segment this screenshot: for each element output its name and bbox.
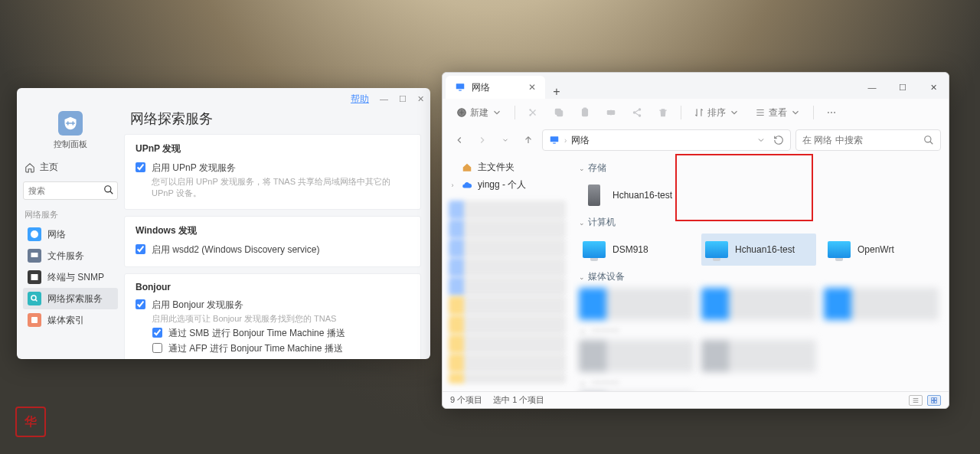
nav-item-blurred xyxy=(449,239,566,257)
new-tab-button[interactable]: + xyxy=(545,85,568,99)
cut-button[interactable] xyxy=(521,102,544,123)
svg-rect-3 xyxy=(31,274,38,280)
svg-rect-23 xyxy=(553,143,556,144)
group-computer[interactable]: ⌄计算机 xyxy=(579,216,942,229)
home-label: 主页 xyxy=(40,161,58,174)
checkbox-bonjour-afp[interactable]: 通过 AFP 进行 Bonjour Time Machine 播送 xyxy=(152,342,410,355)
svg-rect-12 xyxy=(555,109,560,114)
device-hchuan16-test[interactable]: Hchuan16-test xyxy=(701,234,816,266)
group-label: 存储 xyxy=(588,162,606,175)
cloud-icon xyxy=(461,179,473,191)
checkbox-input[interactable] xyxy=(136,299,145,309)
checkbox-upnp-enable[interactable]: 启用 UPnP 发现服务 您可以启用 UPnP 发现服务，将 TNAS 共享给局… xyxy=(136,162,410,199)
selected-count: 选中 1 个项目 xyxy=(493,394,544,406)
nav-item-blurred xyxy=(449,315,566,334)
svg-rect-22 xyxy=(550,136,559,142)
sidebar-item-network[interactable]: 网络 xyxy=(23,224,118,245)
card-title: UPnP 发现 xyxy=(136,142,410,155)
search-input[interactable] xyxy=(802,135,919,145)
search-icon[interactable] xyxy=(103,185,114,195)
svg-point-24 xyxy=(925,136,931,142)
refresh-button[interactable] xyxy=(773,135,784,145)
search-icon[interactable] xyxy=(923,135,934,145)
checkbox-input[interactable] xyxy=(136,162,145,172)
maximize-button[interactable]: ☐ xyxy=(887,76,918,99)
nav-item-blurred xyxy=(449,277,566,296)
nav-back-button[interactable] xyxy=(450,129,469,151)
group-storage[interactable]: ⌄存储 xyxy=(579,162,942,175)
delete-button[interactable] xyxy=(652,102,675,123)
close-button[interactable]: ✕ xyxy=(417,94,424,104)
nav-onedrive[interactable]: › yingg - 个人 xyxy=(446,176,569,194)
chevron-right-icon: › xyxy=(564,136,567,145)
sidebar-item-label: 文件服务 xyxy=(47,250,84,263)
tab-network[interactable]: 网络 ✕ xyxy=(446,76,545,99)
home-icon xyxy=(461,162,473,174)
device-blurred xyxy=(579,288,694,320)
watermark-stamp: 华 xyxy=(15,407,46,437)
checkbox-bonjour-smb[interactable]: 通过 SMB 进行 Bonjour Time Machine 播送 xyxy=(152,327,410,340)
device-blurred xyxy=(701,288,816,320)
share-button[interactable] xyxy=(626,102,648,123)
checkbox-label: 启用 Bonjour 发现服务 xyxy=(152,299,243,310)
svg-point-20 xyxy=(831,112,832,113)
minimize-button[interactable]: — xyxy=(857,76,887,99)
address-bar[interactable]: › 网络 xyxy=(542,129,791,151)
svg-point-18 xyxy=(639,115,640,116)
sidebar-item-network-discovery[interactable]: 网络探索服务 xyxy=(23,288,118,309)
sidebar-home[interactable]: 主页 xyxy=(23,158,118,177)
home-icon xyxy=(24,162,35,173)
svg-rect-14 xyxy=(583,108,586,109)
group-media-devices[interactable]: ⌄媒体设备 xyxy=(579,270,942,283)
rename-button[interactable] xyxy=(599,102,622,123)
card-title: Bonjour xyxy=(136,282,410,292)
nav-forward-button[interactable] xyxy=(473,129,492,151)
checkbox-wsdd2-enable[interactable]: 启用 wsdd2 (Windows Discovery service) xyxy=(136,243,410,256)
card-upnp: UPnP 发现 启用 UPnP 发现服务 您可以启用 UPnP 发现服务，将 T… xyxy=(124,134,421,210)
sidebar-item-media-index[interactable]: 媒体索引 xyxy=(23,309,118,331)
view-tiles-button[interactable] xyxy=(927,395,941,406)
checkbox-label: 通过 AFP 进行 Bonjour Time Machine 播送 xyxy=(168,342,343,355)
dropdown-icon[interactable] xyxy=(756,136,766,145)
view-button[interactable]: 查看 xyxy=(749,102,807,123)
terminal-icon xyxy=(28,270,41,284)
monitor-icon xyxy=(28,249,41,263)
svg-rect-2 xyxy=(31,253,38,257)
media-icon xyxy=(28,313,41,327)
card-bonjour: Bonjour 启用 Bonjour 发现服务 启用此选项可让 Bonjour … xyxy=(124,273,421,359)
group-label: 计算机 xyxy=(588,216,616,229)
nav-recent-button[interactable] xyxy=(496,129,514,151)
network-icon xyxy=(455,82,466,93)
address-segment[interactable]: 网络 xyxy=(571,134,590,147)
new-button[interactable]: 新建 xyxy=(450,102,508,123)
svg-point-17 xyxy=(633,112,635,113)
device-openwrt[interactable]: OpenWrt xyxy=(824,234,939,266)
more-button[interactable] xyxy=(820,102,843,123)
device-storage-hchuan16[interactable]: Hchuan16-test xyxy=(579,179,694,211)
group-blurred: ⌄ ——— xyxy=(579,377,942,387)
checkbox-bonjour-enable[interactable]: 启用 Bonjour 发现服务 启用此选项可让 Bonjour 发现服务找到您的… xyxy=(136,299,410,325)
item-count: 9 个项目 xyxy=(450,394,482,406)
checkbox-input[interactable] xyxy=(152,343,162,353)
close-button[interactable]: ✕ xyxy=(918,76,949,99)
sidebar-item-terminal-snmp[interactable]: 终端与 SNMP xyxy=(23,266,118,288)
sort-button[interactable]: 排序 xyxy=(688,102,746,123)
nav-home[interactable]: 主文件夹 xyxy=(446,158,569,176)
sidebar-item-label: 终端与 SNMP xyxy=(47,271,104,284)
sidebar-item-file-services[interactable]: 文件服务 xyxy=(23,245,118,266)
nav-up-button[interactable] xyxy=(519,129,537,151)
paste-button[interactable] xyxy=(573,102,596,123)
maximize-button[interactable]: ☐ xyxy=(399,94,407,104)
tab-label: 网络 xyxy=(472,81,490,94)
minimize-button[interactable]: — xyxy=(380,94,388,103)
checkbox-input[interactable] xyxy=(152,328,162,338)
app-logo-icon xyxy=(58,111,83,136)
close-tab-icon[interactable]: ✕ xyxy=(528,82,536,93)
checkbox-input[interactable] xyxy=(136,244,145,254)
view-details-button[interactable] xyxy=(909,395,923,406)
copy-button[interactable] xyxy=(547,102,570,123)
svg-point-10 xyxy=(529,114,531,116)
help-link[interactable]: 帮助 xyxy=(351,93,369,106)
sort-label: 排序 xyxy=(707,106,726,119)
device-dsm918[interactable]: DSM918 xyxy=(579,234,694,266)
